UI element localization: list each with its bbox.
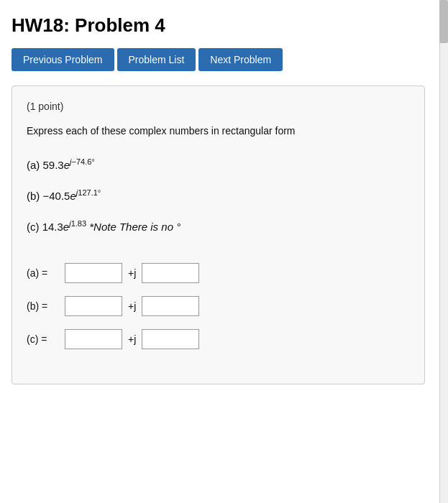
answer-label-b: (b) = — [27, 300, 59, 312]
answer-row-a: (a) = +j — [27, 263, 410, 283]
answer-a-imag[interactable] — [142, 263, 199, 283]
nav-bar: Previous Problem Problem List Next Probl… — [12, 48, 425, 71]
note-text: *Note There is no ° — [89, 221, 180, 233]
scrollbar[interactable] — [439, 0, 448, 503]
problem-points: (1 point) — [27, 101, 410, 112]
expression-a: (a) 59.3ej−74.6° — [27, 156, 410, 174]
page-title: HW18: Problem 4 — [12, 14, 425, 37]
plus-j-c: +j — [128, 333, 136, 345]
answer-label-a: (a) = — [27, 267, 59, 279]
scrollbar-thumb[interactable] — [439, 0, 448, 43]
problem-list-button[interactable]: Problem List — [117, 48, 196, 71]
answer-a-real[interactable] — [65, 263, 122, 283]
answer-b-imag[interactable] — [142, 296, 199, 316]
problem-statement: Express each of these complex numbers in… — [27, 124, 410, 139]
expression-b: (b) −40.5ej127.1° — [27, 187, 410, 205]
problem-box: (1 point) Express each of these complex … — [12, 86, 425, 384]
answer-c-imag[interactable] — [142, 329, 199, 349]
page-content: HW18: Problem 4 Previous Problem Problem… — [0, 0, 439, 399]
expression-c: (c) 14.3ej1.83 *Note There is no ° — [27, 218, 410, 236]
answer-row-b: (b) = +j — [27, 296, 410, 316]
plus-j-b: +j — [128, 300, 136, 312]
answer-c-real[interactable] — [65, 329, 122, 349]
answer-label-c: (c) = — [27, 333, 59, 345]
prev-problem-button[interactable]: Previous Problem — [12, 48, 114, 71]
next-problem-button[interactable]: Next Problem — [198, 48, 283, 71]
answer-b-real[interactable] — [65, 296, 122, 316]
plus-j-a: +j — [128, 267, 136, 279]
answer-row-c: (c) = +j — [27, 329, 410, 349]
